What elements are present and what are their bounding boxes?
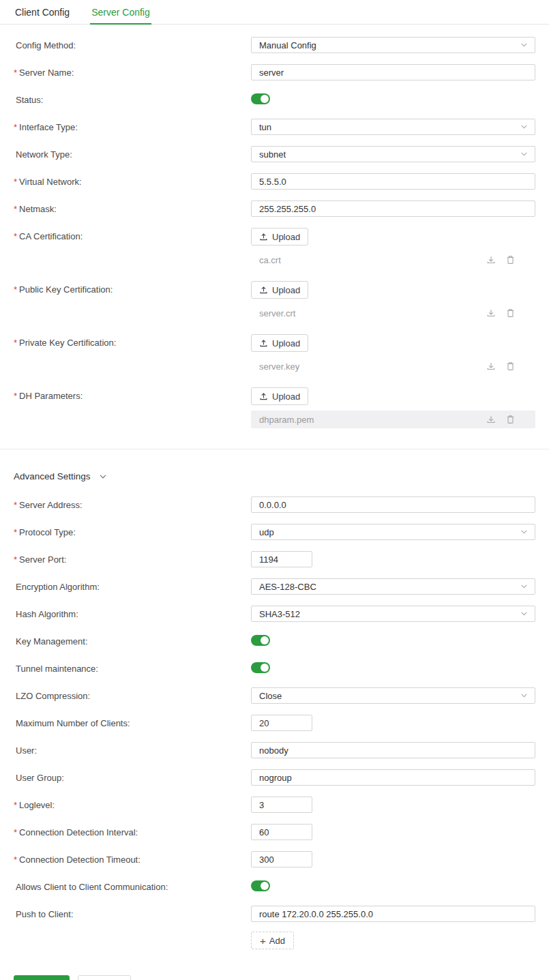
form-row-public-key-certification: *Public Key Certification: Upload server… (14, 281, 535, 323)
download-icon[interactable] (486, 361, 496, 371)
dh-parameters-upload-button[interactable]: Upload (251, 387, 308, 405)
required-marker: * (14, 231, 17, 241)
form-row-tunnel-maintenance: Tunnel maintenance: (14, 660, 535, 677)
config-method-label: Config Method: (16, 40, 76, 50)
required-marker: * (14, 68, 17, 78)
connection-detection-timeout-input[interactable] (251, 851, 312, 867)
lzo-compression-select[interactable]: Close (251, 687, 535, 704)
form-row-interface-type: *Interface Type: tun (14, 119, 535, 135)
protocol-type-select[interactable]: udp (251, 524, 535, 540)
push-to-client-label: Push to Client: (16, 909, 74, 919)
server-address-input[interactable] (251, 496, 535, 513)
trash-icon[interactable] (506, 361, 515, 371)
form-row-user: User: (14, 742, 535, 758)
allows-client-to-client-communication-toggle[interactable] (251, 880, 270, 891)
download-icon[interactable] (486, 308, 496, 318)
hash-algorithm-select[interactable]: SHA3-512 (251, 606, 535, 622)
config-method-select[interactable]: Manual Config (251, 37, 535, 53)
add-push-route-button[interactable]: + Add (251, 932, 294, 949)
hash-algorithm-value: SHA3-512 (259, 609, 300, 619)
required-marker: * (14, 554, 17, 565)
push-to-client-input[interactable] (251, 906, 535, 922)
uploaded-file-name: ca.crt (259, 255, 486, 265)
connection-detection-interval-input[interactable] (251, 824, 312, 840)
form-row-status: Status: (14, 91, 535, 108)
server-port-label: Server Port: (19, 554, 66, 565)
upload-icon (259, 339, 268, 348)
form-row-netmask: *Netmask: (14, 201, 535, 217)
required-marker: * (14, 527, 17, 537)
uploaded-file-name: server.key (259, 361, 486, 372)
advanced-settings-toggle[interactable]: Advanced Settings (14, 471, 535, 481)
interface-type-label: Interface Type: (19, 122, 78, 132)
save-button[interactable]: Save (14, 975, 70, 980)
network-type-select[interactable]: subnet (251, 146, 535, 162)
form-row-protocol-type: *Protocol Type: udp (14, 524, 535, 540)
chevron-down-icon (520, 41, 529, 50)
server-port-input[interactable] (251, 551, 312, 567)
user-label: User: (16, 745, 37, 756)
virtual-network-input[interactable] (251, 173, 535, 190)
user-group-label: User Group: (16, 773, 64, 783)
file-row: server.crt (251, 304, 535, 322)
form-row-maximum-number-of-clients: Maximum Number of Clients: (14, 715, 535, 731)
ca-certification-upload-button[interactable]: Upload (251, 228, 308, 246)
form-row-virtual-network: *Virtual Network: (14, 173, 535, 190)
form-row-connection-detection-timeout: *Connection Detection Timeout: (14, 851, 535, 867)
form-row-server-address: *Server Address: (14, 496, 535, 513)
user-input[interactable] (251, 742, 535, 758)
form-row-user-group: User Group: (14, 769, 535, 786)
required-marker: * (14, 122, 17, 132)
file-row: dhparam.pem (251, 411, 535, 428)
key-management-toggle[interactable] (251, 635, 270, 646)
download-icon[interactable] (486, 415, 496, 424)
required-marker: * (14, 391, 17, 401)
form-row-connection-detection-interval: *Connection Detection Interval: (14, 824, 535, 840)
dh-parameters-label: DH Parameters: (19, 391, 83, 401)
form-row-encryption-algorithm: Encryption Algorithm: AES-128-CBC (14, 578, 535, 595)
server-name-input[interactable] (251, 64, 535, 80)
user-group-input[interactable] (251, 769, 535, 786)
trash-icon[interactable] (506, 415, 515, 424)
form-row-network-type: Network Type: subnet (14, 146, 535, 162)
protocol-type-label: Protocol Type: (19, 527, 76, 537)
ca-certification-label: CA Certification: (19, 231, 83, 241)
required-marker: * (14, 204, 17, 214)
form-row-add: + Add (14, 933, 535, 949)
server-address-label: Server Address: (19, 500, 83, 510)
public-key-certification-upload-button[interactable]: Upload (251, 281, 308, 299)
trash-icon[interactable] (506, 308, 515, 318)
status-toggle[interactable] (251, 93, 270, 104)
upload-icon (259, 392, 268, 401)
netmask-label: Netmask: (19, 204, 57, 214)
download-icon[interactable] (486, 255, 496, 265)
connection-detection-interval-label: Connection Detection Interval: (19, 827, 138, 837)
netmask-input[interactable] (251, 201, 535, 217)
required-marker: * (14, 338, 17, 348)
loglevel-input[interactable] (251, 797, 312, 813)
chevron-down-icon (520, 528, 529, 537)
server-config-form: Config Method: Manual Config *Server Nam… (0, 25, 549, 980)
private-key-certification-upload-button[interactable]: Upload (251, 334, 308, 352)
form-row-loglevel: *Loglevel: (14, 797, 535, 813)
hash-algorithm-label: Hash Algorithm: (16, 609, 78, 619)
protocol-type-value: udp (259, 527, 274, 537)
form-row-server-name: *Server Name: (14, 64, 535, 80)
tab-client-config[interactable]: Client Config (14, 0, 71, 24)
maximum-number-of-clients-input[interactable] (251, 715, 312, 731)
tab-server-config[interactable]: Server Config (90, 0, 151, 25)
reset-button[interactable]: Reset (78, 975, 131, 980)
required-marker: * (14, 827, 17, 837)
plus-icon: + (260, 936, 266, 946)
upload-icon (259, 233, 268, 241)
required-marker: * (14, 800, 17, 810)
encryption-algorithm-value: AES-128-CBC (259, 582, 316, 592)
network-type-label: Network Type: (16, 149, 72, 160)
form-row-ca-certification: *CA Certification: Upload ca.crt (14, 228, 535, 270)
tunnel-maintenance-toggle[interactable] (251, 662, 270, 673)
trash-icon[interactable] (506, 255, 515, 265)
interface-type-select[interactable]: tun (251, 119, 535, 135)
uploaded-file-name: server.crt (259, 308, 486, 318)
form-row-hash-algorithm: Hash Algorithm: SHA3-512 (14, 606, 535, 622)
encryption-algorithm-select[interactable]: AES-128-CBC (251, 578, 535, 595)
